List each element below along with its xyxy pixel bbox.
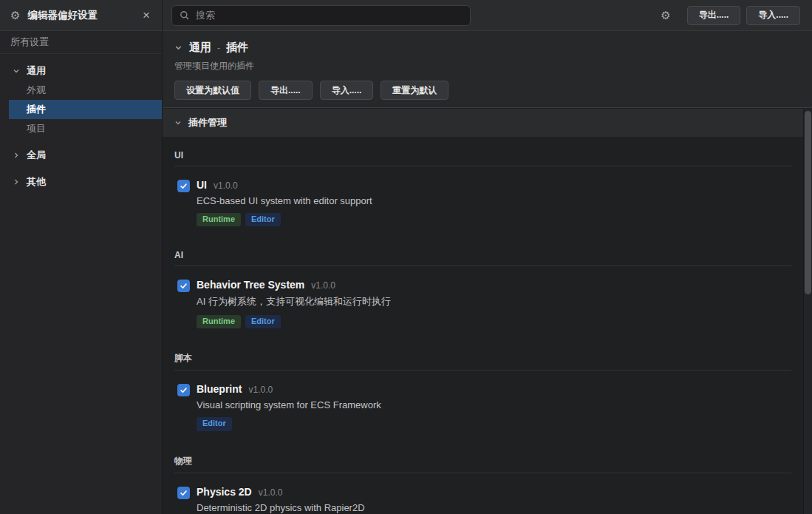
import-button[interactable]: 导入..... — [320, 81, 374, 100]
badge-editor: Editor — [245, 315, 281, 328]
plugin-version: v1.0.0 — [248, 385, 273, 395]
breadcrumb-separator: - — [217, 43, 220, 53]
window-title: 编辑器偏好设置 — [27, 9, 140, 22]
plugin-category: AI Behavior Tree System v1.0.0 AI 行为树系统，… — [163, 250, 803, 339]
category-label: 物理 — [174, 455, 791, 473]
plugin-name: UI — [197, 179, 207, 191]
sidebar-item-all-settings[interactable]: 所有设置 — [0, 31, 162, 54]
breadcrumb: 通用 - 插件 — [174, 41, 800, 55]
plugin-name: Blueprint — [197, 383, 242, 395]
plugin-row: Behavior Tree System v1.0.0 AI 行为树系统，支持可… — [177, 279, 791, 339]
plugin-body: Physics 2D v1.0.0 Deterministic 2D physi… — [197, 486, 365, 514]
plugin-body: Behavior Tree System v1.0.0 AI 行为树系统，支持可… — [197, 279, 391, 328]
close-icon[interactable]: × — [140, 9, 153, 21]
plugin-body: UI v1.0.0 ECS-based UI system with edito… — [197, 179, 372, 226]
plugin-description: ECS-based UI system with editor support — [197, 195, 372, 206]
plugin-enabled-checkbox[interactable] — [177, 180, 190, 192]
topbar-export-button[interactable]: 导出..... — [687, 6, 741, 25]
breadcrumb-parent[interactable]: 通用 — [189, 41, 211, 55]
action-row: 设置为默认值 导出..... 导入..... 重置为默认 — [174, 81, 800, 100]
plugin-version: v1.0.0 — [311, 280, 335, 291]
badge-row: RuntimeEditor — [197, 213, 372, 226]
badge-runtime: Runtime — [197, 315, 241, 328]
plugin-description: Visual scripting system for ECS Framewor… — [197, 399, 381, 410]
category-label: UI — [174, 150, 791, 166]
plugin-category: 物理 Physics 2D v1.0.0 Deterministic 2D ph… — [163, 455, 803, 514]
section-title: 插件管理 — [188, 116, 227, 129]
sidebar-item-appearance[interactable]: 外观 — [0, 81, 162, 100]
page-header: 通用 - 插件 管理项目使用的插件 设置为默认值 导出..... 导入.....… — [163, 31, 812, 108]
sidebar-group-label: 全局 — [27, 149, 46, 162]
badge-row: Editor — [197, 417, 381, 430]
sidebar-group-global: 全局 — [0, 145, 162, 165]
sidebar-group-label: 其他 — [27, 175, 46, 189]
export-button[interactable]: 导出..... — [259, 81, 313, 100]
page-subtitle: 管理项目使用的插件 — [174, 60, 800, 72]
badge-editor: Editor — [245, 213, 281, 226]
chevron-down-icon — [174, 119, 182, 126]
plugin-body: Blueprint v1.0.0 Visual scripting system… — [197, 383, 381, 430]
scroll-region: 插件管理 UI UI v1.0.0 ECS-based UI system wi… — [163, 109, 803, 514]
sidebar-group-other: 其他 — [0, 172, 162, 192]
plugin-description: AI 行为树系统，支持可视化编辑和运行时执行 — [197, 295, 391, 308]
breadcrumb-current: 插件 — [226, 41, 248, 55]
plugin-enabled-checkbox[interactable] — [177, 280, 190, 292]
scrollbar[interactable] — [803, 109, 812, 514]
category-label: AI — [174, 250, 791, 266]
sidebar-group-general-toggle[interactable]: 通用 — [0, 61, 162, 81]
main-panel: ⚙ 导出..... 导入..... 通用 - 插件 管理项目使用的插件 设置为默… — [163, 0, 812, 514]
plugin-enabled-checkbox[interactable] — [177, 384, 190, 396]
plugin-version: v1.0.0 — [259, 487, 283, 498]
sidebar: ⚙ 编辑器偏好设置 × 所有设置 通用 外观 插件 项目 全局 — [0, 0, 163, 514]
plugin-row: Physics 2D v1.0.0 Deterministic 2D physi… — [177, 486, 791, 514]
chevron-down-icon — [13, 67, 20, 75]
settings-gear-icon[interactable]: ⚙ — [661, 10, 670, 21]
sidebar-group-global-toggle[interactable]: 全局 — [0, 145, 162, 165]
badge-editor: Editor — [197, 417, 232, 430]
category-label: 脚本 — [174, 352, 791, 371]
plugin-category: 脚本 Blueprint v1.0.0 Visual scripting sys… — [163, 352, 803, 441]
section-plugin-management[interactable]: 插件管理 — [163, 109, 803, 137]
search-icon — [180, 10, 190, 21]
plugin-list: UI UI v1.0.0 ECS-based UI system with ed… — [163, 150, 803, 514]
sidebar-item-project[interactable]: 项目 — [0, 119, 162, 138]
plugin-row: Blueprint v1.0.0 Visual scripting system… — [177, 383, 791, 441]
badge-row: RuntimeEditor — [197, 315, 391, 328]
gear-icon: ⚙ — [10, 10, 20, 21]
chevron-right-icon — [13, 178, 20, 186]
scrollbar-thumb[interactable] — [805, 111, 811, 294]
plugin-name: Behavior Tree System — [197, 279, 304, 291]
badge-runtime: Runtime — [197, 213, 241, 226]
sidebar-header: ⚙ 编辑器偏好设置 × — [0, 0, 162, 31]
plugin-category: UI UI v1.0.0 ECS-based UI system with ed… — [163, 150, 803, 237]
search-box — [171, 5, 471, 26]
sidebar-group-label: 通用 — [27, 64, 46, 78]
set-default-button[interactable]: 设置为默认值 — [174, 81, 251, 100]
plugin-name: Physics 2D — [197, 486, 252, 498]
plugin-row: UI v1.0.0 ECS-based UI system with edito… — [177, 179, 791, 237]
plugin-version: v1.0.0 — [214, 180, 238, 191]
search-input[interactable] — [196, 10, 463, 21]
reset-default-button[interactable]: 重置为默认 — [381, 81, 448, 100]
topbar-import-button[interactable]: 导入..... — [746, 6, 800, 25]
chevron-down-icon[interactable] — [174, 44, 182, 52]
sidebar-item-plugins[interactable]: 插件 — [9, 100, 162, 119]
sidebar-group-other-toggle[interactable]: 其他 — [0, 172, 162, 192]
sidebar-group-general: 通用 外观 插件 项目 — [0, 61, 162, 138]
topbar: ⚙ 导出..... 导入..... — [163, 0, 812, 31]
chevron-right-icon — [13, 152, 20, 159]
plugin-description: Deterministic 2D physics with Rapier2D — [197, 502, 365, 513]
preferences-window: ⚙ 编辑器偏好设置 × 所有设置 通用 外观 插件 项目 全局 — [0, 0, 812, 514]
plugin-enabled-checkbox[interactable] — [177, 487, 190, 499]
